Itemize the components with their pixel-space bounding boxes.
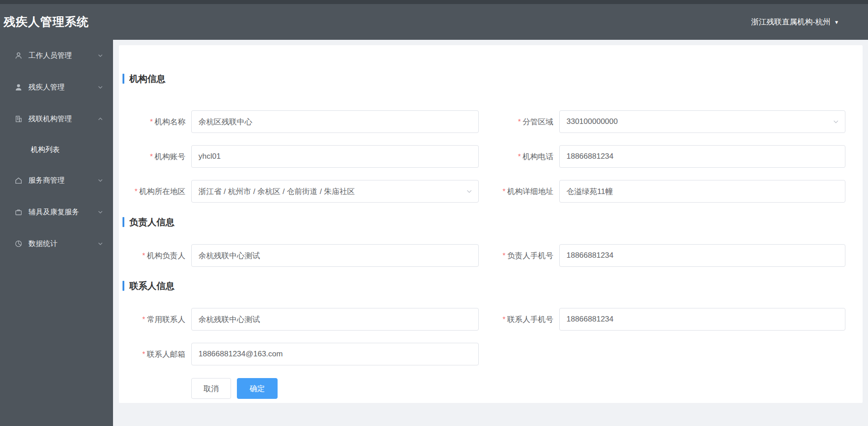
- chevron-up-icon: [98, 116, 103, 122]
- caret-down-icon: ▼: [834, 19, 839, 25]
- leader-phone-input[interactable]: [559, 244, 845, 267]
- field-label-contact-name: *常用联系人: [119, 314, 191, 325]
- sidebar-item-label: 残疾人管理: [28, 83, 98, 92]
- sidebar-item-disabled-management[interactable]: 残疾人管理: [0, 71, 113, 103]
- chevron-down-icon: [98, 85, 103, 90]
- cancel-button[interactable]: 取消: [191, 378, 231, 399]
- content-area: 机构信息 *机构名称 *分管区域: [113, 40, 868, 426]
- chevron-down-icon: [98, 209, 103, 215]
- required-marker: *: [142, 350, 145, 358]
- region-select[interactable]: [559, 110, 845, 133]
- section-title-leader-info: 负责人信息: [123, 217, 863, 227]
- form-row: *机构名称 *分管区域: [119, 110, 863, 133]
- field-label-org-area: *机构所在地区: [119, 186, 191, 197]
- required-marker: *: [518, 118, 521, 126]
- building-icon: [14, 115, 23, 123]
- sidebar-item-label: 残联机构管理: [28, 114, 98, 124]
- required-marker: *: [150, 153, 153, 161]
- chevron-down-icon: [98, 53, 103, 58]
- briefcase-icon: [14, 208, 23, 216]
- window-top-strip: [0, 0, 868, 4]
- pie-chart-icon: [14, 240, 23, 248]
- sidebar-item-staff-management[interactable]: 工作人员管理: [0, 40, 113, 71]
- chevron-down-icon: [98, 241, 103, 246]
- org-phone-input[interactable]: [559, 145, 845, 168]
- sidebar-subitem-label: 机构列表: [31, 145, 60, 155]
- required-marker: *: [142, 316, 145, 323]
- org-name-input[interactable]: [191, 110, 479, 133]
- required-marker: *: [142, 252, 145, 260]
- sidebar-item-label: 服务商管理: [28, 176, 98, 185]
- field-label-contact-email: *联系人邮箱: [119, 349, 191, 360]
- field-label-org-name: *机构名称: [119, 117, 191, 127]
- form-row: *常用联系人 *联系人手机号: [119, 308, 863, 331]
- app-header: 残疾人管理系统 浙江残联直属机构-杭州 ▼: [0, 4, 868, 40]
- sidebar-item-data-statistics[interactable]: 数据统计: [0, 228, 113, 260]
- form-card: 机构信息 *机构名称 *分管区域: [119, 45, 863, 403]
- sidebar-item-org-management[interactable]: 残联机构管理: [0, 103, 113, 135]
- form-row: *联系人邮箱: [119, 343, 863, 365]
- required-marker: *: [150, 118, 153, 126]
- sidebar-item-label: 辅具及康复服务: [28, 208, 98, 217]
- section-bar: [123, 281, 124, 291]
- leader-name-input[interactable]: [191, 244, 479, 267]
- field-label-org-phone: *机构电话: [479, 151, 559, 162]
- section-title-org-info: 机构信息: [123, 45, 863, 93]
- required-marker: *: [503, 252, 505, 260]
- contact-email-input[interactable]: [191, 343, 479, 365]
- sidebar-item-label: 数据统计: [28, 239, 98, 249]
- org-account-input[interactable]: [191, 145, 479, 168]
- confirm-button[interactable]: 确定: [237, 378, 278, 399]
- required-marker: *: [518, 153, 521, 161]
- field-label-org-address: *机构详细地址: [479, 186, 559, 197]
- section-bar: [123, 74, 124, 84]
- sidebar-item-provider-management[interactable]: 服务商管理: [0, 165, 113, 196]
- form-actions: 取消 确定: [191, 378, 863, 399]
- user-outline-icon: [14, 52, 23, 60]
- sidebar-item-label: 工作人员管理: [28, 51, 98, 61]
- sidebar-item-rehab-services[interactable]: 辅具及康复服务: [0, 196, 113, 228]
- chevron-down-icon: [98, 178, 103, 183]
- org-area-cascader[interactable]: [191, 180, 479, 203]
- user-filled-icon: [14, 83, 23, 91]
- section-bar: [123, 217, 124, 227]
- home-icon: [14, 176, 23, 185]
- field-label-leader-phone: *负责人手机号: [479, 251, 559, 261]
- contact-phone-input[interactable]: [559, 308, 845, 331]
- user-org-dropdown[interactable]: 浙江残联直属机构-杭州 ▼: [751, 17, 839, 27]
- org-address-input[interactable]: [559, 180, 845, 203]
- field-label-leader-name: *机构负责人: [119, 251, 191, 261]
- field-label-contact-phone: *联系人手机号: [479, 314, 559, 325]
- field-label-org-account: *机构账号: [119, 151, 191, 162]
- required-marker: *: [135, 188, 137, 195]
- form-row: *机构所在地区 *机构详细地址: [119, 180, 863, 203]
- required-marker: *: [503, 188, 505, 195]
- user-org-label: 浙江残联直属机构-杭州: [751, 17, 830, 27]
- form-row: *机构账号 *机构电话: [119, 145, 863, 168]
- required-marker: *: [503, 316, 505, 323]
- sidebar-subitem-org-list[interactable]: 机构列表: [0, 135, 113, 165]
- app-title: 残疾人管理系统: [4, 14, 89, 30]
- section-title-contact-info: 联系人信息: [123, 281, 863, 291]
- field-label-region: *分管区域: [479, 117, 559, 127]
- form-row: *机构负责人 *负责人手机号: [119, 244, 863, 267]
- contact-name-input[interactable]: [191, 308, 479, 331]
- sidebar-nav: 工作人员管理 残疾人管理: [0, 40, 113, 426]
